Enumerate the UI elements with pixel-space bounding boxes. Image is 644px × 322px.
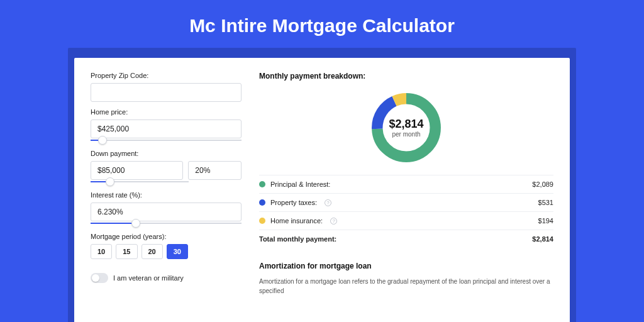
donut-center: $2,814 per month [368, 89, 445, 166]
price-label: Home price: [91, 108, 242, 116]
calculator-card: Property Zip Code: Home price: Down paym… [74, 58, 570, 322]
card-shadow: Property Zip Code: Home price: Down paym… [68, 48, 576, 322]
price-input[interactable] [91, 119, 242, 138]
legend-row: Principal & Interest:$2,089 [259, 175, 553, 194]
breakdown-title: Monthly payment breakdown: [259, 72, 553, 80]
amortization-text: Amortization for a mortgage loan refers … [259, 277, 553, 296]
period-pills: 10152030 [91, 244, 242, 259]
legend-total-row: Total monthly payment:$2,814 [259, 230, 553, 248]
price-group: Home price: [91, 108, 242, 141]
form-column: Property Zip Code: Home price: Down paym… [91, 72, 242, 322]
veteran-label: I am veteran or military [113, 274, 184, 282]
legend-label: Property taxes: [270, 199, 317, 206]
rate-slider-thumb[interactable] [131, 219, 140, 228]
amortization-title: Amortization for mortgage loan [259, 262, 553, 270]
down-slider-thumb[interactable] [106, 177, 114, 186]
zip-input[interactable] [91, 83, 242, 102]
price-slider-thumb[interactable] [98, 136, 107, 145]
period-pill-15[interactable]: 15 [116, 244, 137, 259]
rate-input[interactable] [91, 203, 242, 221]
legend-dot [259, 218, 265, 224]
down-group: Down payment: [91, 150, 242, 182]
veteran-row: I am veteran or military [91, 273, 242, 283]
legend: Principal & Interest:$2,089Property taxe… [259, 175, 553, 248]
legend-dot [259, 199, 265, 206]
donut-center-sub: per month [392, 131, 420, 138]
donut-center-value: $2,814 [389, 118, 423, 131]
donut-chart: $2,814 per month [368, 89, 445, 166]
donut-wrap: $2,814 per month [259, 87, 553, 175]
legend-value: $2,089 [532, 180, 553, 188]
legend-label: Principal & Interest: [270, 180, 330, 188]
rate-group: Interest rate (%): [91, 191, 242, 224]
legend-total-value: $2,814 [532, 235, 553, 243]
legend-label: Home insurance: [270, 217, 323, 225]
page-title: Mc Intire Mortgage Calculator [0, 0, 644, 48]
legend-total-label: Total monthly payment: [259, 235, 336, 243]
info-icon[interactable]: ? [325, 199, 331, 206]
legend-value: $194 [538, 217, 553, 225]
legend-value: $531 [538, 199, 553, 206]
period-pill-10[interactable]: 10 [91, 244, 112, 259]
down-slider[interactable] [91, 181, 189, 182]
period-label: Mortgage period (years): [91, 233, 242, 240]
rate-label: Interest rate (%): [91, 191, 242, 199]
legend-row: Home insurance:?$194 [259, 212, 553, 230]
period-pill-30[interactable]: 30 [167, 244, 188, 259]
legend-dot [259, 181, 265, 187]
down-percent-input[interactable] [188, 161, 242, 180]
zip-group: Property Zip Code: [91, 72, 242, 102]
veteran-toggle[interactable] [91, 273, 108, 283]
down-amount-input[interactable] [91, 161, 183, 180]
results-column: Monthly payment breakdown: $2,814 per mo… [259, 72, 553, 322]
amortization-section: Amortization for mortgage loan Amortizat… [259, 262, 553, 296]
period-pill-20[interactable]: 20 [142, 244, 163, 259]
info-icon[interactable]: ? [330, 218, 337, 225]
period-group: Mortgage period (years): 10152030 [91, 233, 242, 259]
legend-row: Property taxes:?$531 [259, 194, 553, 212]
rate-slider[interactable] [91, 223, 242, 224]
down-label: Down payment: [91, 150, 242, 157]
price-slider[interactable] [91, 140, 242, 141]
zip-label: Property Zip Code: [91, 72, 242, 79]
